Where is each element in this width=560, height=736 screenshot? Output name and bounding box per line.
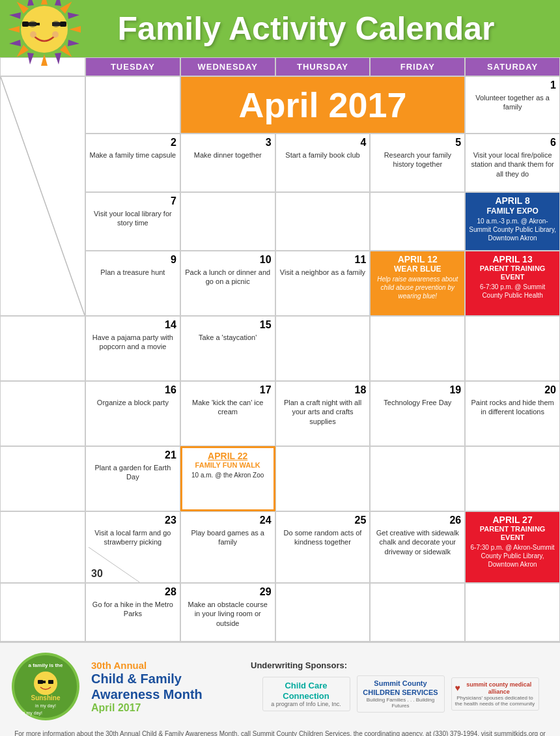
dh-wednesday: WEDNESDAY [180,57,275,76]
april13-label: APRIL 13 [469,254,556,264]
cell-r8-thu-num: 25 [279,515,367,526]
cell-r6-tue: 16 Organize a block party [85,381,180,446]
footer-info-text: For more information about the 30th Annu… [10,729,550,736]
svg-text:Sunshine: Sunshine [31,694,60,701]
april8-title: FAMILY EXPO [469,206,556,216]
svg-marker-31 [17,2,29,14]
cell-r2-thu-num: 4 [279,137,367,149]
svg-marker-27 [41,0,48,5]
svg-marker-35 [27,0,34,6]
sponsor2-name: Summit County CHILDREN SERVICES [361,679,441,696]
cell-r6-thu: 18 Plan a craft night with all your arts… [275,381,371,446]
cell-r7-fri [370,446,465,511]
dh-thursday: THURSDAY [275,57,371,76]
cell-r2-sat-num: 6 [469,137,556,149]
cell-r2-sat-text: Visit your local fire/police station and… [469,150,556,178]
cell-r8-wed: 24 Play board games as a family [180,511,275,583]
cell-r6-fri: 19 Technology Free Day [370,381,465,446]
svg-rect-45 [60,21,66,27]
cell-r4-wed: 10 Pack a lunch or dinner and go on a pi… [180,251,275,316]
footer: a family is the Sunshine in my day! in m… [0,642,560,736]
cell-r8-thu: 25 Do some random acts of kindness toget… [275,511,371,583]
svg-marker-32 [60,2,72,14]
sponsor1-sub: a program of Info Line, Inc. [266,701,346,707]
cell-r9-wed-num: 29 [184,586,272,598]
svg-text:in my day!: in my day! [35,703,56,709]
cell-april12: APRIL 12 WEAR BLUE Help raise awareness … [370,251,465,316]
cell-r6-sat-num: 20 [469,384,556,396]
sponsor1-name: Child Care Connection [266,681,346,701]
april12-desc: Help raise awareness about child abuse p… [374,275,461,300]
svg-point-52 [52,31,59,38]
cell-r8-tue: 23 Visit a local farm and go strawberry … [85,511,180,583]
sponsors-label: Underwriting Sponsors: [251,660,550,670]
cell-r6-fri-num: 19 [374,384,461,396]
cell-r2-tue-text: Make a family time capsule [89,150,176,160]
svg-rect-61 [43,681,46,683]
cell-r8-tue-num: 23 [89,515,176,526]
cell-r5-tue-text: Have a pajama party with popcorn and a m… [89,333,176,352]
cell-r6-sat-text: Paint rocks and hide them in different l… [469,398,556,417]
cell-r7-thu [275,446,371,511]
cell-r3-thu [275,192,371,251]
header-sun-icon [5,0,83,71]
cell-r6-thu-num: 18 [279,384,367,396]
april-header-month-year: April 2017 [238,85,406,125]
dh-tuesday: TUESDAY [85,57,180,76]
annual-label: 30th Annual [91,660,241,671]
svg-marker-28 [41,54,48,66]
cell-r6-sun [1,381,85,446]
cell-r2-fri-text: Research your family history together [374,150,461,169]
sponsor-logos: Child Care Connection a program of Info … [251,675,550,712]
svg-rect-44 [22,21,29,27]
april8-details: 10 a.m.-3 p.m. @ Akron-Summit County Pub… [469,217,556,242]
day-headers-row: TUESDAY WEDNESDAY THURSDAY FRIDAY SATURD… [0,57,560,76]
svg-point-50 [52,21,60,27]
svg-marker-40 [68,40,79,46]
cell-r4-thu-text: Visit a neighbor as a family [279,268,367,277]
cell-r8-thu-text: Do some random acts of kindness together [279,528,367,547]
cell-r4-thu-num: 11 [279,254,367,266]
cell-r6-wed: 17 Make 'kick the can' ice cream [180,381,275,446]
sunshine-logo: a family is the Sunshine in my day! in m… [10,651,81,722]
cell-r2-wed-num: 3 [184,137,272,149]
svg-marker-33 [17,45,29,57]
cell-r4-tue: 9 Plan a treasure hunt [85,251,180,316]
footer-content: a family is the Sunshine in my day! in m… [10,651,550,722]
sponsor3-name: ♥ summit county medical alliance [455,681,535,696]
cell-r2-thu-text: Start a family book club [279,150,367,160]
svg-marker-42 [55,53,61,64]
cell-r9-tue-num: 28 [89,586,176,598]
awareness-month-year: April 2017 [91,702,241,714]
cell-r6-tue-text: Organize a block party [89,398,176,407]
april12-label: APRIL 12 [374,254,461,264]
cell-r8-sun [1,511,85,583]
dh-friday: FRIDAY [370,57,465,76]
svg-marker-36 [55,0,61,6]
cell-r2-thu: 4 Start a family book club [275,134,371,192]
svg-text:a family is the: a family is the [29,662,63,668]
cell-r6-wed-text: Make 'kick the can' ice cream [184,398,272,417]
april13-desc: 6-7:30 p.m. @ Summit County Public Healt… [469,283,556,300]
header-bar: Family Activity Calendar [0,0,560,57]
cell-april13: APRIL 13 PARENT TRAINING EVENT 6-7:30 p.… [465,251,560,316]
cell-r3-tue-num: 7 [89,195,176,207]
cell-r6-thu-text: Plan a craft night with all your arts an… [279,398,367,426]
awareness-section: 30th Annual Child & Family Awareness Mon… [91,660,241,714]
cell-r9-wed-text: Make an obstacle course in your living r… [184,600,272,628]
april22-title: FAMILY FUN WALK [186,461,270,470]
cell-r5-tue: 14 Have a pajama party with popcorn and … [85,316,180,381]
cell-r5-wed-text: Take a 'staycation' [184,333,272,342]
cell-r9-wed: 29 Make an obstacle course in your livin… [180,583,275,642]
cell-r8-tue-text: Visit a local farm and go strawberry pic… [89,528,176,547]
svg-point-49 [29,21,36,27]
cell-r4-wed-num: 10 [184,254,272,266]
cell-r5-sun [1,316,85,381]
cell-r3-fri [370,192,465,251]
cell-r9-fri [370,583,465,642]
cell-r4-thu: 11 Visit a neighbor as a family [275,251,371,316]
cell-r2-tue-num: 2 [89,137,176,149]
cell-r5-thu [275,316,371,381]
sponsor-childcare: Child Care Connection a program of Info … [262,677,350,711]
svg-marker-41 [27,53,34,64]
